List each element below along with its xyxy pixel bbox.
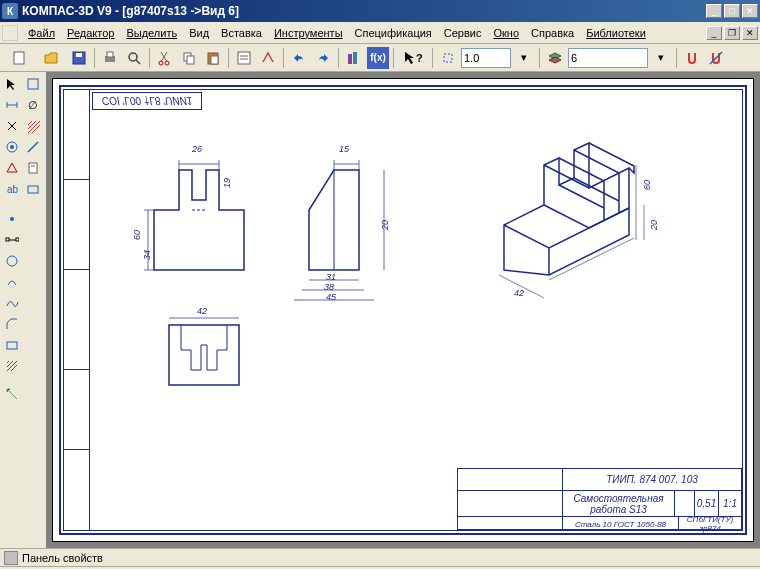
edit-tool[interactable] <box>2 137 22 157</box>
main-area: ∅ ab <box>0 72 760 548</box>
format-button[interactable] <box>257 47 279 69</box>
redo-button[interactable] <box>312 47 334 69</box>
geometry-tool[interactable] <box>23 74 43 94</box>
open-button[interactable] <box>36 47 66 69</box>
tb-org: СПбГТИ(ТУ) гр874 <box>679 517 741 531</box>
snap-button[interactable] <box>437 47 459 69</box>
menu-insert[interactable]: Вставка <box>215 24 268 42</box>
titleblock: ТИИП. 874 007. 103 Самостоятельная работ… <box>457 468 742 530</box>
preview-button[interactable] <box>123 47 145 69</box>
svg-line-59 <box>549 238 634 280</box>
mdi-close-button[interactable]: ✕ <box>742 26 758 40</box>
menu-tools[interactable]: Инструменты <box>268 24 349 42</box>
menu-view[interactable]: Вид <box>183 24 215 42</box>
menu-select[interactable]: Выделить <box>120 24 183 42</box>
paste-button[interactable] <box>202 47 224 69</box>
scale-input[interactable] <box>461 48 511 68</box>
menu-spec[interactable]: Спецификация <box>349 24 438 42</box>
point-tool[interactable] <box>2 209 22 229</box>
top-view: 42 <box>159 310 259 400</box>
svg-text:?: ? <box>416 52 423 64</box>
state-input[interactable] <box>568 48 648 68</box>
svg-rect-21 <box>28 79 38 89</box>
dim-34: 34 <box>142 250 152 260</box>
hatch-tool[interactable] <box>23 116 43 136</box>
iso-dim-20: 20 <box>649 220 659 230</box>
svg-line-6 <box>136 60 140 64</box>
close-button[interactable]: ✕ <box>742 4 758 18</box>
spec-tool[interactable] <box>23 158 43 178</box>
library-button[interactable] <box>343 47 365 69</box>
tb-name: Самостоятельная работа S13 <box>563 491 675 516</box>
svg-rect-16 <box>348 54 352 64</box>
rect-tool[interactable] <box>2 335 22 355</box>
new-button[interactable] <box>4 47 34 69</box>
iso-dim-60: 60 <box>642 180 652 190</box>
menu-window[interactable]: Окно <box>487 24 525 42</box>
menu-file[interactable]: Файл <box>22 24 61 42</box>
maximize-button[interactable]: □ <box>724 4 740 18</box>
svg-rect-17 <box>353 52 357 64</box>
toolbar: f(x) ? ▾ ▾ <box>0 44 760 72</box>
state-dropdown[interactable]: ▾ <box>650 47 672 69</box>
svg-rect-31 <box>29 163 37 173</box>
svg-rect-34 <box>28 186 38 193</box>
line-tool[interactable] <box>23 137 43 157</box>
dim-19: 19 <box>222 178 232 188</box>
properties-button[interactable] <box>233 47 255 69</box>
symbol-tool[interactable]: ∅ <box>23 95 43 115</box>
iso-dim-42: 42 <box>514 288 524 298</box>
mdi-minimize-button[interactable]: _ <box>706 26 722 40</box>
front-view: 26 60 34 19 <box>144 150 254 280</box>
canvas-wrap: СОІ 'L00 †L8 'UИИ1 <box>46 72 760 548</box>
menu-service[interactable]: Сервис <box>438 24 488 42</box>
menu-edit[interactable]: Редактор <box>61 24 120 42</box>
segment-tool[interactable] <box>2 230 22 250</box>
magnet-on-icon[interactable] <box>681 47 703 69</box>
variables-button[interactable]: f(x) <box>367 47 389 69</box>
param-tool[interactable]: ab <box>2 179 22 199</box>
svg-rect-13 <box>238 52 250 64</box>
text-tool[interactable] <box>2 116 22 136</box>
mdi-restore-button[interactable]: ❐ <box>724 26 740 40</box>
svg-rect-2 <box>76 53 82 57</box>
save-button[interactable] <box>68 47 90 69</box>
menu-libs[interactable]: Библиотеки <box>580 24 652 42</box>
svg-text:∅: ∅ <box>28 99 38 111</box>
properties-panel-label: Панель свойств <box>22 552 103 564</box>
dimension-tool[interactable] <box>2 95 22 115</box>
tb-material: Сталь 10 ГОСТ 1050-88 <box>563 517 679 531</box>
minimize-button[interactable]: _ <box>706 4 722 18</box>
svg-point-29 <box>10 145 14 149</box>
measure-tool[interactable] <box>2 158 22 178</box>
svg-rect-38 <box>16 238 19 241</box>
drawing-canvas[interactable]: СОІ 'L00 †L8 'UИИ1 <box>52 78 754 542</box>
cut-button[interactable] <box>154 47 176 69</box>
undo-button[interactable] <box>288 47 310 69</box>
chamfer-tool[interactable] <box>2 314 22 334</box>
fill-tool[interactable] <box>2 356 22 376</box>
arc-tool[interactable] <box>2 272 22 292</box>
svg-rect-37 <box>6 238 9 241</box>
svg-line-30 <box>28 142 38 152</box>
scale-dropdown[interactable]: ▾ <box>513 47 535 69</box>
tb-code: ТИИП. 874 007. 103 <box>563 469 741 490</box>
help-pointer-button[interactable]: ? <box>398 47 428 69</box>
print-button[interactable] <box>99 47 121 69</box>
svg-rect-12 <box>211 56 218 64</box>
menu-help[interactable]: Справка <box>525 24 580 42</box>
select-tool[interactable] <box>2 74 22 94</box>
circle-tool[interactable] <box>2 251 22 271</box>
svg-point-39 <box>7 256 17 266</box>
tb-mass: 0,51 <box>695 491 719 516</box>
copy-button[interactable] <box>178 47 200 69</box>
aux-tool[interactable] <box>2 384 22 404</box>
properties-panel-bar[interactable]: Панель свойств <box>0 548 760 566</box>
spline-tool[interactable] <box>2 293 22 313</box>
svg-rect-0 <box>14 52 24 64</box>
side-view: 15 31 38 45 20 <box>294 150 414 320</box>
layers-button[interactable] <box>544 47 566 69</box>
doc-icon <box>2 25 18 41</box>
check-tool[interactable] <box>23 179 43 199</box>
magnet-off-icon[interactable] <box>705 47 727 69</box>
